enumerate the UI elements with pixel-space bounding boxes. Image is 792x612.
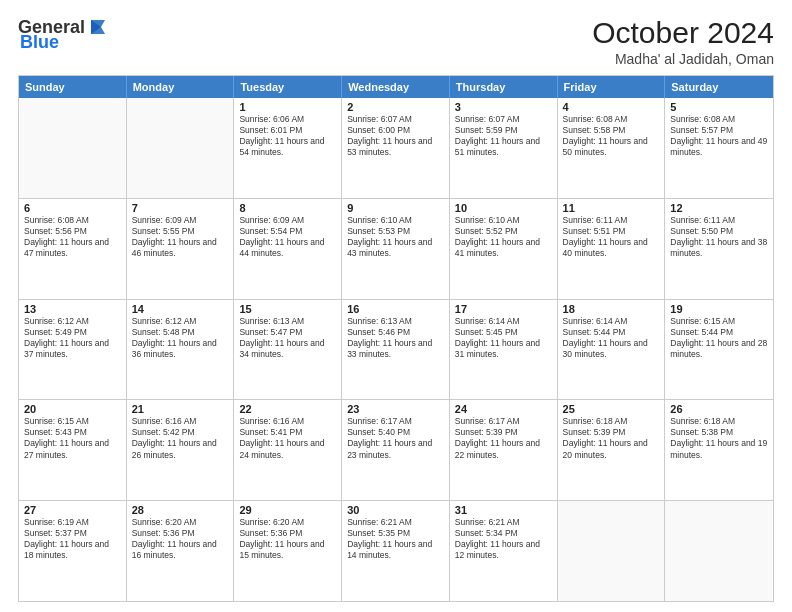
title-block: October 2024 Madha' al Jadidah, Oman bbox=[592, 16, 774, 67]
day-number: 19 bbox=[670, 303, 768, 315]
day-number: 15 bbox=[239, 303, 336, 315]
day-number: 20 bbox=[24, 403, 121, 415]
day-number: 17 bbox=[455, 303, 552, 315]
weekday-header: Saturday bbox=[665, 76, 773, 98]
weekday-header: Friday bbox=[558, 76, 666, 98]
cell-info: Sunrise: 6:08 AM Sunset: 5:56 PM Dayligh… bbox=[24, 215, 121, 259]
cell-info: Sunrise: 6:07 AM Sunset: 5:59 PM Dayligh… bbox=[455, 114, 552, 158]
cell-info: Sunrise: 6:17 AM Sunset: 5:39 PM Dayligh… bbox=[455, 416, 552, 460]
day-number: 13 bbox=[24, 303, 121, 315]
cell-info: Sunrise: 6:18 AM Sunset: 5:38 PM Dayligh… bbox=[670, 416, 768, 460]
calendar-cell: 2Sunrise: 6:07 AM Sunset: 6:00 PM Daylig… bbox=[342, 98, 450, 198]
day-number: 3 bbox=[455, 101, 552, 113]
calendar-body: 1Sunrise: 6:06 AM Sunset: 6:01 PM Daylig… bbox=[19, 98, 773, 601]
logo-flag-icon bbox=[87, 16, 109, 38]
weekday-header: Thursday bbox=[450, 76, 558, 98]
day-number: 5 bbox=[670, 101, 768, 113]
weekday-header: Sunday bbox=[19, 76, 127, 98]
weekday-header: Wednesday bbox=[342, 76, 450, 98]
day-number: 23 bbox=[347, 403, 444, 415]
day-number: 30 bbox=[347, 504, 444, 516]
day-number: 10 bbox=[455, 202, 552, 214]
calendar-cell: 30Sunrise: 6:21 AM Sunset: 5:35 PM Dayli… bbox=[342, 501, 450, 601]
cell-info: Sunrise: 6:08 AM Sunset: 5:57 PM Dayligh… bbox=[670, 114, 768, 158]
calendar-header: SundayMondayTuesdayWednesdayThursdayFrid… bbox=[19, 76, 773, 98]
cell-info: Sunrise: 6:09 AM Sunset: 5:54 PM Dayligh… bbox=[239, 215, 336, 259]
cell-info: Sunrise: 6:16 AM Sunset: 5:42 PM Dayligh… bbox=[132, 416, 229, 460]
day-number: 16 bbox=[347, 303, 444, 315]
day-number: 31 bbox=[455, 504, 552, 516]
day-number: 28 bbox=[132, 504, 229, 516]
calendar-cell: 16Sunrise: 6:13 AM Sunset: 5:46 PM Dayli… bbox=[342, 300, 450, 400]
calendar-cell: 19Sunrise: 6:15 AM Sunset: 5:44 PM Dayli… bbox=[665, 300, 773, 400]
calendar-cell: 6Sunrise: 6:08 AM Sunset: 5:56 PM Daylig… bbox=[19, 199, 127, 299]
calendar-cell: 24Sunrise: 6:17 AM Sunset: 5:39 PM Dayli… bbox=[450, 400, 558, 500]
calendar-cell bbox=[127, 98, 235, 198]
cell-info: Sunrise: 6:14 AM Sunset: 5:44 PM Dayligh… bbox=[563, 316, 660, 360]
calendar-cell bbox=[665, 501, 773, 601]
calendar-cell: 9Sunrise: 6:10 AM Sunset: 5:53 PM Daylig… bbox=[342, 199, 450, 299]
day-number: 18 bbox=[563, 303, 660, 315]
calendar-cell: 22Sunrise: 6:16 AM Sunset: 5:41 PM Dayli… bbox=[234, 400, 342, 500]
cell-info: Sunrise: 6:10 AM Sunset: 5:52 PM Dayligh… bbox=[455, 215, 552, 259]
day-number: 8 bbox=[239, 202, 336, 214]
calendar-cell: 15Sunrise: 6:13 AM Sunset: 5:47 PM Dayli… bbox=[234, 300, 342, 400]
calendar-cell bbox=[558, 501, 666, 601]
calendar-cell: 23Sunrise: 6:17 AM Sunset: 5:40 PM Dayli… bbox=[342, 400, 450, 500]
calendar-cell: 7Sunrise: 6:09 AM Sunset: 5:55 PM Daylig… bbox=[127, 199, 235, 299]
cell-info: Sunrise: 6:08 AM Sunset: 5:58 PM Dayligh… bbox=[563, 114, 660, 158]
cell-info: Sunrise: 6:11 AM Sunset: 5:50 PM Dayligh… bbox=[670, 215, 768, 259]
header: General Blue October 2024 Madha' al Jadi… bbox=[18, 16, 774, 67]
logo-blue: Blue bbox=[20, 32, 59, 53]
day-number: 24 bbox=[455, 403, 552, 415]
day-number: 11 bbox=[563, 202, 660, 214]
weekday-header: Monday bbox=[127, 76, 235, 98]
calendar-cell: 8Sunrise: 6:09 AM Sunset: 5:54 PM Daylig… bbox=[234, 199, 342, 299]
cell-info: Sunrise: 6:15 AM Sunset: 5:44 PM Dayligh… bbox=[670, 316, 768, 360]
calendar-cell: 17Sunrise: 6:14 AM Sunset: 5:45 PM Dayli… bbox=[450, 300, 558, 400]
calendar: SundayMondayTuesdayWednesdayThursdayFrid… bbox=[18, 75, 774, 602]
cell-info: Sunrise: 6:12 AM Sunset: 5:49 PM Dayligh… bbox=[24, 316, 121, 360]
cell-info: Sunrise: 6:13 AM Sunset: 5:46 PM Dayligh… bbox=[347, 316, 444, 360]
month-title: October 2024 bbox=[592, 16, 774, 49]
cell-info: Sunrise: 6:20 AM Sunset: 5:36 PM Dayligh… bbox=[239, 517, 336, 561]
day-number: 4 bbox=[563, 101, 660, 113]
calendar-row: 13Sunrise: 6:12 AM Sunset: 5:49 PM Dayli… bbox=[19, 299, 773, 400]
calendar-cell: 21Sunrise: 6:16 AM Sunset: 5:42 PM Dayli… bbox=[127, 400, 235, 500]
cell-info: Sunrise: 6:14 AM Sunset: 5:45 PM Dayligh… bbox=[455, 316, 552, 360]
calendar-cell: 11Sunrise: 6:11 AM Sunset: 5:51 PM Dayli… bbox=[558, 199, 666, 299]
calendar-cell: 10Sunrise: 6:10 AM Sunset: 5:52 PM Dayli… bbox=[450, 199, 558, 299]
calendar-cell: 1Sunrise: 6:06 AM Sunset: 6:01 PM Daylig… bbox=[234, 98, 342, 198]
calendar-cell: 31Sunrise: 6:21 AM Sunset: 5:34 PM Dayli… bbox=[450, 501, 558, 601]
cell-info: Sunrise: 6:13 AM Sunset: 5:47 PM Dayligh… bbox=[239, 316, 336, 360]
calendar-cell: 14Sunrise: 6:12 AM Sunset: 5:48 PM Dayli… bbox=[127, 300, 235, 400]
cell-info: Sunrise: 6:17 AM Sunset: 5:40 PM Dayligh… bbox=[347, 416, 444, 460]
calendar-row: 27Sunrise: 6:19 AM Sunset: 5:37 PM Dayli… bbox=[19, 500, 773, 601]
calendar-cell: 20Sunrise: 6:15 AM Sunset: 5:43 PM Dayli… bbox=[19, 400, 127, 500]
calendar-cell: 26Sunrise: 6:18 AM Sunset: 5:38 PM Dayli… bbox=[665, 400, 773, 500]
cell-info: Sunrise: 6:20 AM Sunset: 5:36 PM Dayligh… bbox=[132, 517, 229, 561]
day-number: 1 bbox=[239, 101, 336, 113]
day-number: 29 bbox=[239, 504, 336, 516]
calendar-cell: 27Sunrise: 6:19 AM Sunset: 5:37 PM Dayli… bbox=[19, 501, 127, 601]
cell-info: Sunrise: 6:11 AM Sunset: 5:51 PM Dayligh… bbox=[563, 215, 660, 259]
cell-info: Sunrise: 6:07 AM Sunset: 6:00 PM Dayligh… bbox=[347, 114, 444, 158]
day-number: 27 bbox=[24, 504, 121, 516]
day-number: 22 bbox=[239, 403, 336, 415]
calendar-cell: 3Sunrise: 6:07 AM Sunset: 5:59 PM Daylig… bbox=[450, 98, 558, 198]
cell-info: Sunrise: 6:06 AM Sunset: 6:01 PM Dayligh… bbox=[239, 114, 336, 158]
day-number: 9 bbox=[347, 202, 444, 214]
day-number: 2 bbox=[347, 101, 444, 113]
day-number: 12 bbox=[670, 202, 768, 214]
calendar-cell: 12Sunrise: 6:11 AM Sunset: 5:50 PM Dayli… bbox=[665, 199, 773, 299]
cell-info: Sunrise: 6:09 AM Sunset: 5:55 PM Dayligh… bbox=[132, 215, 229, 259]
cell-info: Sunrise: 6:15 AM Sunset: 5:43 PM Dayligh… bbox=[24, 416, 121, 460]
calendar-cell: 29Sunrise: 6:20 AM Sunset: 5:36 PM Dayli… bbox=[234, 501, 342, 601]
day-number: 6 bbox=[24, 202, 121, 214]
calendar-row: 1Sunrise: 6:06 AM Sunset: 6:01 PM Daylig… bbox=[19, 98, 773, 198]
page: General Blue October 2024 Madha' al Jadi… bbox=[0, 0, 792, 612]
cell-info: Sunrise: 6:21 AM Sunset: 5:35 PM Dayligh… bbox=[347, 517, 444, 561]
location: Madha' al Jadidah, Oman bbox=[592, 51, 774, 67]
calendar-cell: 13Sunrise: 6:12 AM Sunset: 5:49 PM Dayli… bbox=[19, 300, 127, 400]
weekday-header: Tuesday bbox=[234, 76, 342, 98]
